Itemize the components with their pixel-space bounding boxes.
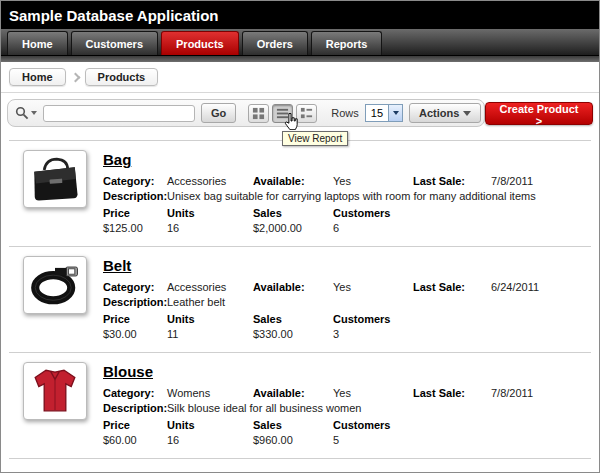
create-product-button[interactable]: Create Product > [485,102,593,125]
view-report-tooltip: View Report [282,131,348,146]
tab-bar: Home Customers Products Orders Reports [1,29,599,55]
search-icon [15,106,29,120]
view-icons-button[interactable] [248,104,269,123]
sales-value: $2,000.00 [253,222,333,237]
tab-bar-strip [1,55,599,62]
last-sale-label: Last Sale: [413,175,491,187]
search-region: Go [7,99,485,127]
rows-select[interactable]: 15 [365,104,403,122]
customers-value: 3 [333,328,587,343]
description-label: Description: [103,190,167,202]
chevron-down-icon [31,111,37,115]
available-value: Yes [333,175,413,187]
bag-image [28,155,82,203]
units-value: 11 [167,328,253,343]
category-label: Category: [103,281,167,293]
app-title: Sample Database Application [9,7,219,24]
view-detail-button[interactable] [296,104,317,123]
product-description-row: Description: Unisex bag suitable for car… [103,190,587,202]
product-stats: Price Units Sales Customers $125.00 16 $… [103,207,587,237]
divider [1,92,599,93]
product-stats: Price Units Sales Customers $60.00 16 $9… [103,419,587,449]
last-sale-value: 6/24/2011 [491,281,587,293]
tab-products[interactable]: Products [161,31,239,55]
go-button[interactable]: Go [201,103,236,123]
cursor-hand-icon [284,113,298,130]
product-attributes-row: Category: Accessories Available: Yes Las… [103,175,587,187]
available-label: Available: [253,387,333,399]
product-image-link[interactable] [23,362,87,420]
tab-reports[interactable]: Reports [311,31,383,55]
last-sale-value: 7/8/2011 [491,387,587,399]
customers-label: Customers [333,419,587,434]
customers-value: 6 [333,222,587,237]
price-value: $60.00 [103,434,167,449]
price-value: $30.00 [103,328,167,343]
product-card-belt: Belt Category: Accessories Available: Ye… [9,247,591,353]
product-image-link[interactable] [23,256,87,314]
category-value: Accessories [167,175,253,187]
tab-customers[interactable]: Customers [71,31,158,55]
customers-label: Customers [333,207,587,222]
detail-view-icon [300,107,313,120]
category-value: Womens [167,387,253,399]
product-image-link[interactable] [23,150,87,208]
view-switcher [248,104,317,123]
breadcrumb: Home Products [1,62,599,92]
price-label: Price [103,313,167,328]
product-name-link[interactable]: Belt [103,257,131,274]
available-value: Yes [333,387,413,399]
category-label: Category: [103,387,167,399]
product-name-link[interactable]: Bag [103,151,131,168]
rows-select-value: 15 [366,107,388,119]
chevron-down-icon [463,111,471,116]
grid-view-icon [252,107,265,120]
breadcrumb-products[interactable]: Products [85,68,159,86]
last-sale-value: 7/8/2011 [491,175,587,187]
product-name-link[interactable]: Blouse [103,363,153,380]
description-value: Leather belt [167,296,587,308]
sales-label: Sales [253,313,333,328]
available-label: Available: [253,281,333,293]
actions-button[interactable]: Actions [409,103,481,123]
price-label: Price [103,419,167,434]
price-value: $125.00 [103,222,167,237]
units-label: Units [167,207,253,222]
last-sale-label: Last Sale: [413,387,491,399]
units-value: 16 [167,434,253,449]
breadcrumb-home[interactable]: Home [9,68,66,86]
price-label: Price [103,207,167,222]
product-card-bag: Bag Category: Accessories Available: Yes… [9,141,591,247]
chevron-right-icon [70,72,80,82]
category-value: Accessories [167,281,253,293]
product-card-blouse: Blouse Category: Womens Available: Yes L… [9,353,591,459]
search-input[interactable] [43,105,195,122]
product-stats: Price Units Sales Customers $30.00 11 $3… [103,313,587,343]
customers-value: 5 [333,434,587,449]
last-sale-label: Last Sale: [413,281,491,293]
category-label: Category: [103,175,167,187]
product-attributes-row: Category: Accessories Available: Yes Las… [103,281,587,293]
product-attributes-row: Category: Womens Available: Yes Last Sal… [103,387,587,399]
tab-orders[interactable]: Orders [242,31,308,55]
rows-label: Rows [331,107,359,119]
blouse-image [28,367,82,415]
sales-label: Sales [253,207,333,222]
search-options-button[interactable] [15,106,37,120]
customers-label: Customers [333,313,587,328]
product-list: Bag Category: Accessories Available: Yes… [9,140,591,459]
available-label: Available: [253,175,333,187]
tab-home[interactable]: Home [7,31,68,55]
app-window: Sample Database Application Home Custome… [0,0,600,473]
description-label: Description: [103,402,167,414]
belt-image [28,261,82,309]
sales-value: $330.00 [253,328,333,343]
actions-label: Actions [419,107,459,119]
sales-label: Sales [253,419,333,434]
available-value: Yes [333,281,413,293]
description-label: Description: [103,296,167,308]
select-arrow-icon [388,105,402,121]
product-info: Bag Category: Accessories Available: Yes… [103,150,587,237]
product-description-row: Description: Leather belt [103,296,587,308]
product-info: Blouse Category: Womens Available: Yes L… [103,362,587,449]
